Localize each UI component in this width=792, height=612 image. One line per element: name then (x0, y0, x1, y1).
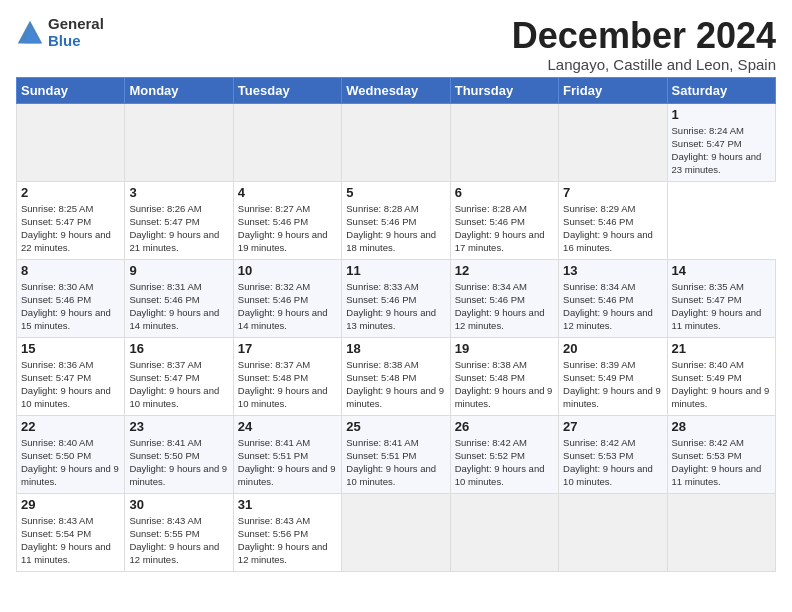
day-cell-23: 23Sunrise: 8:41 AMSunset: 5:50 PMDayligh… (125, 415, 233, 493)
day-cell-30: 30Sunrise: 8:43 AMSunset: 5:55 PMDayligh… (125, 493, 233, 571)
day-cell-15: 15Sunrise: 8:36 AMSunset: 5:47 PMDayligh… (17, 337, 125, 415)
day-number: 10 (238, 263, 337, 278)
cell-info: Sunrise: 8:32 AMSunset: 5:46 PMDaylight:… (238, 281, 328, 332)
day-number: 23 (129, 419, 228, 434)
cell-info: Sunrise: 8:43 AMSunset: 5:54 PMDaylight:… (21, 515, 111, 566)
day-number: 12 (455, 263, 554, 278)
cell-info: Sunrise: 8:25 AMSunset: 5:47 PMDaylight:… (21, 203, 111, 254)
day-cell-7: 7Sunrise: 8:29 AMSunset: 5:46 PMDaylight… (559, 181, 667, 259)
day-number: 19 (455, 341, 554, 356)
day-number: 13 (563, 263, 662, 278)
cell-info: Sunrise: 8:29 AMSunset: 5:46 PMDaylight:… (563, 203, 653, 254)
day-number: 30 (129, 497, 228, 512)
day-cell-4: 4Sunrise: 8:27 AMSunset: 5:46 PMDaylight… (233, 181, 341, 259)
logo-text: General Blue (48, 16, 104, 49)
day-number: 4 (238, 185, 337, 200)
empty-cell (559, 103, 667, 181)
empty-cell (233, 103, 341, 181)
cell-info: Sunrise: 8:28 AMSunset: 5:46 PMDaylight:… (455, 203, 545, 254)
calendar-week-2: 2Sunrise: 8:25 AMSunset: 5:47 PMDaylight… (17, 181, 776, 259)
day-number: 3 (129, 185, 228, 200)
day-header-tuesday: Tuesday (233, 77, 341, 103)
day-header-friday: Friday (559, 77, 667, 103)
day-number: 31 (238, 497, 337, 512)
day-number: 7 (563, 185, 662, 200)
cell-info: Sunrise: 8:42 AMSunset: 5:53 PMDaylight:… (563, 437, 653, 488)
empty-cell (450, 103, 558, 181)
empty-cell (450, 493, 558, 571)
day-cell-18: 18Sunrise: 8:38 AMSunset: 5:48 PMDayligh… (342, 337, 450, 415)
day-header-sunday: Sunday (17, 77, 125, 103)
day-header-thursday: Thursday (450, 77, 558, 103)
cell-info: Sunrise: 8:33 AMSunset: 5:46 PMDaylight:… (346, 281, 436, 332)
day-number: 29 (21, 497, 120, 512)
day-number: 18 (346, 341, 445, 356)
day-number: 8 (21, 263, 120, 278)
calendar-body: 1Sunrise: 8:24 AMSunset: 5:47 PMDaylight… (17, 103, 776, 571)
cell-info: Sunrise: 8:31 AMSunset: 5:46 PMDaylight:… (129, 281, 219, 332)
logo: General Blue (16, 16, 104, 49)
day-cell-6: 6Sunrise: 8:28 AMSunset: 5:46 PMDaylight… (450, 181, 558, 259)
day-cell-20: 20Sunrise: 8:39 AMSunset: 5:49 PMDayligh… (559, 337, 667, 415)
day-cell-14: 14Sunrise: 8:35 AMSunset: 5:47 PMDayligh… (667, 259, 775, 337)
cell-info: Sunrise: 8:24 AMSunset: 5:47 PMDaylight:… (672, 125, 762, 176)
cell-info: Sunrise: 8:42 AMSunset: 5:52 PMDaylight:… (455, 437, 545, 488)
day-cell-12: 12Sunrise: 8:34 AMSunset: 5:46 PMDayligh… (450, 259, 558, 337)
logo-blue: Blue (48, 33, 104, 50)
day-number: 2 (21, 185, 120, 200)
cell-info: Sunrise: 8:34 AMSunset: 5:46 PMDaylight:… (455, 281, 545, 332)
day-cell-27: 27Sunrise: 8:42 AMSunset: 5:53 PMDayligh… (559, 415, 667, 493)
day-cell-31: 31Sunrise: 8:43 AMSunset: 5:56 PMDayligh… (233, 493, 341, 571)
day-cell-8: 8Sunrise: 8:30 AMSunset: 5:46 PMDaylight… (17, 259, 125, 337)
day-number: 14 (672, 263, 771, 278)
day-cell-5: 5Sunrise: 8:28 AMSunset: 5:46 PMDaylight… (342, 181, 450, 259)
empty-cell (342, 493, 450, 571)
day-number: 21 (672, 341, 771, 356)
day-number: 24 (238, 419, 337, 434)
day-number: 28 (672, 419, 771, 434)
empty-cell (559, 493, 667, 571)
day-cell-13: 13Sunrise: 8:34 AMSunset: 5:46 PMDayligh… (559, 259, 667, 337)
logo-general: General (48, 16, 104, 33)
title-area: December 2024 Langayo, Castille and Leon… (512, 16, 776, 73)
day-cell-25: 25Sunrise: 8:41 AMSunset: 5:51 PMDayligh… (342, 415, 450, 493)
calendar-header-row: SundayMondayTuesdayWednesdayThursdayFrid… (17, 77, 776, 103)
cell-info: Sunrise: 8:28 AMSunset: 5:46 PMDaylight:… (346, 203, 436, 254)
day-cell-10: 10Sunrise: 8:32 AMSunset: 5:46 PMDayligh… (233, 259, 341, 337)
calendar-week-3: 8Sunrise: 8:30 AMSunset: 5:46 PMDaylight… (17, 259, 776, 337)
day-cell-11: 11Sunrise: 8:33 AMSunset: 5:46 PMDayligh… (342, 259, 450, 337)
empty-cell (17, 103, 125, 181)
header: General Blue December 2024 Langayo, Cast… (16, 16, 776, 73)
day-number: 16 (129, 341, 228, 356)
cell-info: Sunrise: 8:37 AMSunset: 5:47 PMDaylight:… (129, 359, 219, 410)
calendar-week-1: 1Sunrise: 8:24 AMSunset: 5:47 PMDaylight… (17, 103, 776, 181)
day-cell-19: 19Sunrise: 8:38 AMSunset: 5:48 PMDayligh… (450, 337, 558, 415)
day-number: 11 (346, 263, 445, 278)
cell-info: Sunrise: 8:34 AMSunset: 5:46 PMDaylight:… (563, 281, 653, 332)
day-number: 9 (129, 263, 228, 278)
day-cell-28: 28Sunrise: 8:42 AMSunset: 5:53 PMDayligh… (667, 415, 775, 493)
day-header-saturday: Saturday (667, 77, 775, 103)
day-cell-3: 3Sunrise: 8:26 AMSunset: 5:47 PMDaylight… (125, 181, 233, 259)
day-cell-9: 9Sunrise: 8:31 AMSunset: 5:46 PMDaylight… (125, 259, 233, 337)
day-cell-22: 22Sunrise: 8:40 AMSunset: 5:50 PMDayligh… (17, 415, 125, 493)
calendar-week-5: 22Sunrise: 8:40 AMSunset: 5:50 PMDayligh… (17, 415, 776, 493)
cell-info: Sunrise: 8:27 AMSunset: 5:46 PMDaylight:… (238, 203, 328, 254)
day-number: 20 (563, 341, 662, 356)
day-cell-26: 26Sunrise: 8:42 AMSunset: 5:52 PMDayligh… (450, 415, 558, 493)
day-cell-29: 29Sunrise: 8:43 AMSunset: 5:54 PMDayligh… (17, 493, 125, 571)
cell-info: Sunrise: 8:41 AMSunset: 5:51 PMDaylight:… (238, 437, 336, 488)
cell-info: Sunrise: 8:40 AMSunset: 5:49 PMDaylight:… (672, 359, 770, 410)
day-cell-16: 16Sunrise: 8:37 AMSunset: 5:47 PMDayligh… (125, 337, 233, 415)
cell-info: Sunrise: 8:38 AMSunset: 5:48 PMDaylight:… (455, 359, 553, 410)
day-number: 17 (238, 341, 337, 356)
day-cell-21: 21Sunrise: 8:40 AMSunset: 5:49 PMDayligh… (667, 337, 775, 415)
day-header-monday: Monday (125, 77, 233, 103)
month-title: December 2024 (512, 16, 776, 56)
cell-info: Sunrise: 8:43 AMSunset: 5:55 PMDaylight:… (129, 515, 219, 566)
day-cell-2: 2Sunrise: 8:25 AMSunset: 5:47 PMDaylight… (17, 181, 125, 259)
empty-cell (125, 103, 233, 181)
day-cell-1: 1Sunrise: 8:24 AMSunset: 5:47 PMDaylight… (667, 103, 775, 181)
empty-cell (667, 493, 775, 571)
cell-info: Sunrise: 8:35 AMSunset: 5:47 PMDaylight:… (672, 281, 762, 332)
